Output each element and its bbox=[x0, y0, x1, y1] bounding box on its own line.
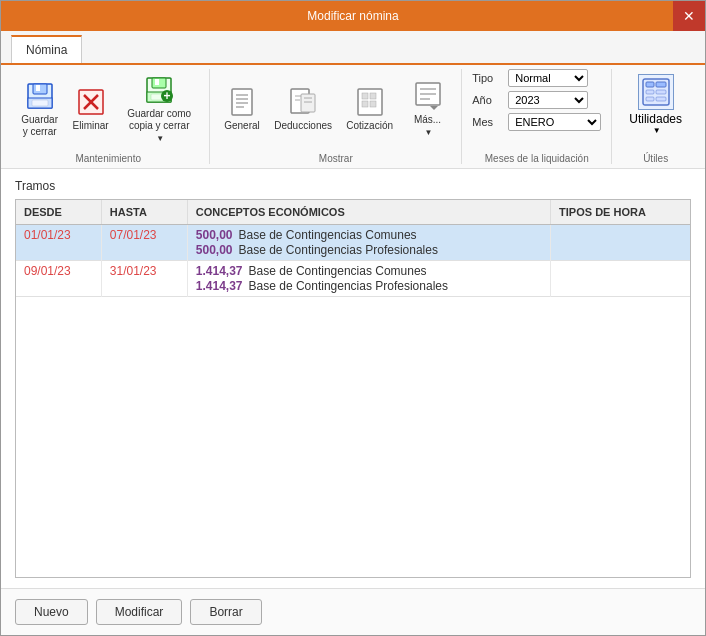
ribbon-group-utiles: Utilidades ▼ Útiles bbox=[612, 69, 699, 164]
ribbon-group-meses: Tipo Normal Extra Año 2023 2022 2021 Mes… bbox=[462, 69, 612, 164]
svg-rect-41 bbox=[646, 97, 654, 101]
table-header: DESDE HASTA CONCEPTOS ECONÓMICOS TIPOS D… bbox=[16, 200, 690, 225]
guardar-cerrar-button[interactable]: Guardary cerrar bbox=[15, 75, 64, 143]
cotizacion-button[interactable]: Cotización bbox=[340, 81, 399, 137]
ribbon-group-mostrar: General Deducciones bbox=[210, 69, 462, 164]
modificar-button[interactable]: Modificar bbox=[96, 599, 183, 625]
utilidades-label: Utilidades bbox=[629, 112, 682, 126]
tipo-row: Tipo Normal Extra bbox=[472, 69, 601, 87]
tramos-table: DESDE HASTA CONCEPTOS ECONÓMICOS TIPOS D… bbox=[16, 200, 690, 297]
table-body: 01/01/23 07/01/23 500,00 Base de Conting… bbox=[16, 225, 690, 297]
svg-rect-28 bbox=[370, 93, 376, 99]
mas-button[interactable]: Más... ▼ bbox=[401, 75, 454, 143]
cell-hasta: 07/01/23 bbox=[101, 225, 187, 261]
col-tipos: TIPOS DE HORA bbox=[551, 200, 690, 225]
tab-nomina[interactable]: Nómina bbox=[11, 35, 82, 63]
concept-1-1: Base de Contingencias Profesionales bbox=[249, 279, 448, 293]
borrar-button[interactable]: Borrar bbox=[190, 599, 261, 625]
svg-rect-38 bbox=[656, 82, 666, 87]
tipo-label: Tipo bbox=[472, 72, 502, 84]
mantenimiento-label: Mantenimiento bbox=[75, 149, 141, 164]
tipo-select[interactable]: Normal Extra bbox=[508, 69, 588, 87]
table-row[interactable]: 01/01/23 07/01/23 500,00 Base de Conting… bbox=[16, 225, 690, 261]
cotizacion-label: Cotización bbox=[346, 120, 393, 132]
amount-1-1: 1.414,37 bbox=[196, 279, 243, 293]
svg-rect-4 bbox=[32, 100, 48, 106]
concept-0-1: Base de Contingencias Profesionales bbox=[239, 243, 438, 257]
utilidades-icon bbox=[638, 74, 674, 110]
concept-1-0: Base de Contingencias Comunes bbox=[249, 264, 427, 278]
amount-1-0: 1.414,37 bbox=[196, 264, 243, 278]
mes-select[interactable]: ENERO FEBRERO MARZO ABRIL MAYO JUNIO JUL… bbox=[508, 113, 601, 131]
concepto-row-0: 500,00 Base de Contingencias Comunes bbox=[196, 228, 542, 242]
svg-rect-29 bbox=[362, 101, 368, 107]
eliminar-icon bbox=[75, 86, 107, 118]
mas-label: Más... ▼ bbox=[408, 114, 447, 138]
ribbon-group-mantenimiento: Guardary cerrar Eliminar bbox=[7, 69, 210, 164]
svg-rect-39 bbox=[646, 90, 654, 94]
close-button[interactable]: ✕ bbox=[673, 1, 705, 31]
table-row[interactable]: 09/01/23 31/01/23 1.414,37 Base de Conti… bbox=[16, 261, 690, 297]
guardar-cerrar-icon bbox=[24, 80, 56, 112]
guardar-copia-button[interactable]: + Guardar comocopia y cerrar ▼ bbox=[117, 69, 201, 149]
svg-rect-21 bbox=[301, 94, 315, 112]
nuevo-button[interactable]: Nuevo bbox=[15, 599, 88, 625]
general-label: General bbox=[224, 120, 260, 132]
deducciones-label: Deducciones bbox=[274, 120, 332, 132]
utilidades-arrow: ▼ bbox=[653, 126, 661, 135]
svg-rect-2 bbox=[36, 85, 40, 91]
general-button[interactable]: General bbox=[218, 81, 266, 137]
footer-buttons: Nuevo Modificar Borrar bbox=[1, 588, 705, 635]
año-select[interactable]: 2023 2022 2021 bbox=[508, 91, 588, 109]
mantenimiento-buttons: Guardary cerrar Eliminar bbox=[15, 69, 201, 149]
eliminar-label: Eliminar bbox=[73, 120, 109, 132]
cell-desde: 01/01/23 bbox=[16, 225, 101, 261]
svg-rect-37 bbox=[646, 82, 654, 87]
desde-date: 09/01/23 bbox=[24, 264, 71, 278]
col-desde: DESDE bbox=[16, 200, 101, 225]
concept-0-0: Base de Contingencias Comunes bbox=[239, 228, 417, 242]
año-label: Año bbox=[472, 94, 502, 106]
mostrar-buttons: General Deducciones bbox=[218, 69, 454, 149]
mes-row: Mes ENERO FEBRERO MARZO ABRIL MAYO JUNIO… bbox=[472, 113, 601, 131]
general-icon bbox=[226, 86, 258, 118]
utilidades-button[interactable]: Utilidades ▼ bbox=[620, 69, 691, 140]
hasta-date: 07/01/23 bbox=[110, 228, 157, 242]
utiles-label: Útiles bbox=[643, 149, 668, 164]
deducciones-button[interactable]: Deducciones bbox=[268, 81, 338, 137]
header-row: DESDE HASTA CONCEPTOS ECONÓMICOS TIPOS D… bbox=[16, 200, 690, 225]
conceptos-list: 1.414,37 Base de Contingencias Comunes 1… bbox=[196, 264, 542, 293]
mas-icon bbox=[412, 80, 444, 112]
deducciones-icon bbox=[287, 86, 319, 118]
svg-rect-30 bbox=[370, 101, 376, 107]
tramos-table-container: DESDE HASTA CONCEPTOS ECONÓMICOS TIPOS D… bbox=[15, 199, 691, 578]
svg-text:+: + bbox=[164, 89, 171, 103]
año-row: Año 2023 2022 2021 bbox=[472, 91, 601, 109]
main-window: Modificar nómina ✕ Nómina bbox=[0, 0, 706, 636]
meses-label: Meses de la liquidación bbox=[472, 149, 601, 164]
guardar-copia-icon: + bbox=[143, 74, 175, 106]
cell-tipos bbox=[551, 225, 690, 261]
guardar-copia-label: Guardar comocopia y cerrar ▼ bbox=[124, 108, 194, 144]
concepto-row-1: 1.414,37 Base de Contingencias Profesion… bbox=[196, 279, 542, 293]
cell-conceptos: 500,00 Base de Contingencias Comunes 500… bbox=[187, 225, 550, 261]
cell-desde: 09/01/23 bbox=[16, 261, 101, 297]
desde-date: 01/01/23 bbox=[24, 228, 71, 242]
window-title: Modificar nómina bbox=[1, 9, 705, 23]
tramos-title: Tramos bbox=[15, 179, 691, 193]
cell-tipos bbox=[551, 261, 690, 297]
svg-rect-15 bbox=[232, 89, 252, 115]
mostrar-label: Mostrar bbox=[319, 149, 353, 164]
svg-rect-42 bbox=[656, 97, 666, 101]
concepto-row-0: 1.414,37 Base de Contingencias Comunes bbox=[196, 264, 542, 278]
eliminar-button[interactable]: Eliminar bbox=[66, 81, 115, 137]
hasta-date: 31/01/23 bbox=[110, 264, 157, 278]
svg-rect-40 bbox=[656, 90, 666, 94]
mes-label: Mes bbox=[472, 116, 502, 128]
main-content: Tramos DESDE HASTA CONCEPTOS ECONÓMICOS … bbox=[1, 169, 705, 588]
guardar-cerrar-label: Guardary cerrar bbox=[21, 114, 58, 138]
ribbon-tabs: Nómina bbox=[1, 31, 705, 65]
cell-hasta: 31/01/23 bbox=[101, 261, 187, 297]
conceptos-list: 500,00 Base de Contingencias Comunes 500… bbox=[196, 228, 542, 257]
svg-rect-10 bbox=[155, 79, 159, 85]
